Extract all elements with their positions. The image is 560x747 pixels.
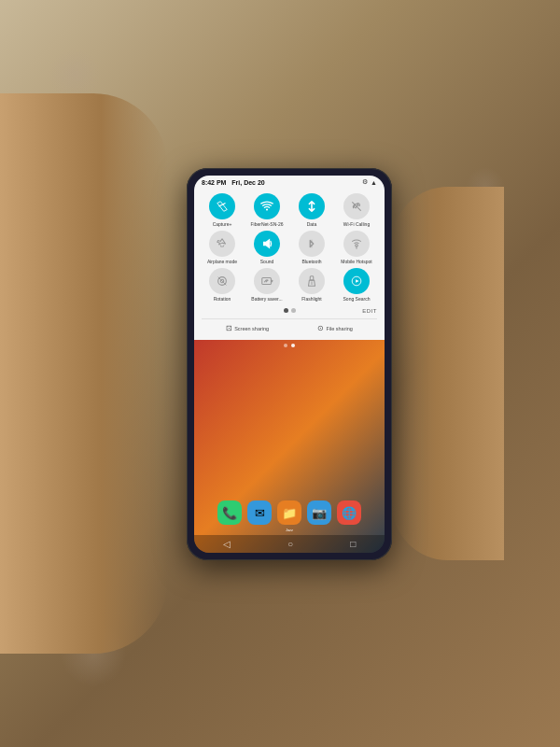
quick-settings-panel: Capture+ FiberNet-SN-26 bbox=[194, 188, 385, 340]
back-button[interactable]: ◁ bbox=[223, 539, 231, 549]
battery-saver-icon bbox=[254, 268, 280, 294]
status-icons: ⚙ ▲ bbox=[362, 178, 377, 186]
svg-rect-12 bbox=[310, 276, 314, 280]
hotspot-label: Mobile Hotspot bbox=[341, 259, 371, 264]
mail-icon: ✉ bbox=[247, 500, 272, 525]
bluetooth-label: Bluetooth bbox=[301, 259, 321, 264]
phone-frame: 8:42 PM Fri, Dec 20 ⚙ ▲ bbox=[187, 168, 392, 560]
wifi-label: FiberNet-SN-26 bbox=[250, 221, 283, 227]
home-page-dots bbox=[194, 340, 385, 351]
flashlight-icon bbox=[299, 268, 325, 294]
files-icon: 📁 bbox=[277, 500, 301, 525]
nav-bar: ◁ ○ □ bbox=[194, 535, 385, 553]
qs-tile-data[interactable]: Data bbox=[291, 193, 332, 227]
qs-tile-rotation[interactable]: Rotation bbox=[202, 268, 243, 302]
screen-sharing-icon: ⊡ bbox=[226, 324, 232, 332]
qs-tile-hotspot[interactable]: Mobile Hotspot bbox=[336, 231, 377, 264]
file-sharing-icon: ⊙ bbox=[317, 324, 324, 332]
screen-sharing-item[interactable]: ⊡ Screen sharing bbox=[226, 324, 269, 332]
data-icon bbox=[299, 193, 325, 219]
hand-right bbox=[392, 187, 504, 560]
sound-label: Sound bbox=[260, 259, 273, 264]
wifi-calling-label: Wi-Fi Calling bbox=[343, 221, 370, 227]
app-files[interactable]: 📁 Jazz bbox=[277, 500, 301, 532]
song-search-label: Song Search bbox=[343, 296, 371, 302]
app-dock: 📞 ✉ 📁 Jazz 📷 🌐 bbox=[194, 498, 385, 535]
data-label: Data bbox=[307, 221, 317, 227]
svg-rect-8 bbox=[271, 280, 273, 283]
status-bar: 8:42 PM Fri, Dec 20 ⚙ ▲ bbox=[194, 176, 385, 188]
chevron-up-icon[interactable]: ▲ bbox=[371, 179, 377, 186]
battery-label: Battery saver... bbox=[251, 296, 282, 302]
airplane-label: Airplane mode bbox=[207, 259, 237, 264]
qs-tile-sound[interactable]: Sound bbox=[246, 231, 287, 264]
status-time: 8:42 PM Fri, Dec 20 bbox=[202, 179, 265, 186]
capture-icon bbox=[209, 193, 235, 219]
qs-tile-airplane[interactable]: Airplane mode bbox=[202, 231, 243, 264]
file-sharing-item[interactable]: ⊙ File sharing bbox=[317, 324, 352, 332]
file-sharing-label: File sharing bbox=[326, 326, 352, 331]
hand-left bbox=[0, 93, 168, 654]
qs-tile-battery[interactable]: Battery saver... bbox=[246, 268, 287, 302]
qs-dot-2[interactable] bbox=[291, 308, 296, 313]
dock-area: 📞 ✉ 📁 Jazz 📷 🌐 bbox=[194, 498, 385, 553]
flashlight-label: Flashlight bbox=[301, 296, 321, 302]
song-search-icon bbox=[343, 268, 370, 294]
gear-icon[interactable]: ⚙ bbox=[362, 178, 368, 186]
phone-screen: 8:42 PM Fri, Dec 20 ⚙ ▲ bbox=[194, 176, 385, 553]
app-phone[interactable]: 📞 bbox=[217, 500, 242, 532]
qs-tile-song-search[interactable]: Song Search bbox=[336, 268, 377, 302]
airplane-icon bbox=[209, 231, 235, 257]
bluetooth-icon bbox=[299, 231, 325, 257]
recents-button[interactable]: □ bbox=[350, 539, 356, 549]
home-screen: 📞 ✉ 📁 Jazz 📷 🌐 bbox=[194, 340, 385, 553]
qs-edit-button[interactable]: EDIT bbox=[362, 308, 377, 314]
app-browser[interactable]: 🌐 bbox=[337, 500, 361, 532]
browser-icon: 🌐 bbox=[337, 500, 361, 525]
home-dot-2[interactable] bbox=[291, 344, 295, 347]
home-button[interactable]: ○ bbox=[287, 539, 293, 549]
qs-dot-1[interactable] bbox=[284, 308, 288, 313]
qs-tile-wifi[interactable]: FiberNet-SN-26 bbox=[246, 193, 287, 227]
capture-label: Capture+ bbox=[213, 221, 232, 227]
qs-grid: Capture+ FiberNet-SN-26 bbox=[202, 193, 377, 302]
qs-tile-bluetooth[interactable]: Bluetooth bbox=[291, 231, 332, 264]
wifi-icon bbox=[254, 193, 280, 219]
qs-dots bbox=[284, 308, 296, 313]
time-display: 8:42 PM bbox=[202, 179, 226, 186]
screen-sharing-label: Screen sharing bbox=[234, 326, 269, 331]
rotation-icon bbox=[209, 268, 235, 294]
home-dot-1[interactable] bbox=[284, 344, 287, 347]
qs-pagination: EDIT bbox=[202, 305, 377, 316]
app-mail[interactable]: ✉ bbox=[247, 500, 272, 532]
wifi-calling-icon bbox=[343, 193, 370, 219]
qs-bottom-row: ⊡ Screen sharing ⊙ File sharing bbox=[202, 318, 377, 332]
app-camera[interactable]: 📷 bbox=[307, 500, 331, 532]
qs-tile-capture[interactable]: Capture+ bbox=[202, 193, 243, 227]
phone-wrapper: 8:42 PM Fri, Dec 20 ⚙ ▲ bbox=[187, 168, 392, 560]
phone-icon: 📞 bbox=[217, 500, 242, 525]
sound-icon bbox=[254, 231, 280, 257]
qs-tile-flashlight[interactable]: Flashlight bbox=[291, 268, 332, 302]
qs-tile-wifi-calling[interactable]: Wi-Fi Calling bbox=[336, 193, 377, 227]
date-display: Fri, Dec 20 bbox=[231, 179, 264, 186]
rotation-label: Rotation bbox=[214, 296, 231, 302]
camera-icon: 📷 bbox=[307, 500, 331, 525]
hotspot-icon bbox=[343, 231, 370, 257]
files-label: Jazz bbox=[286, 528, 293, 532]
